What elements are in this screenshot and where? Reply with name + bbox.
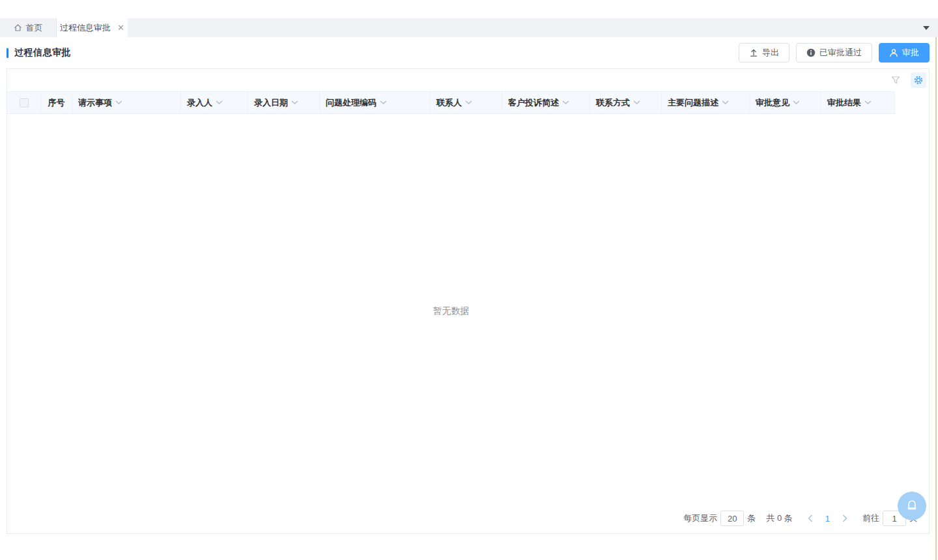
column-header-main-problem[interactable]: 主要问题描述 <box>662 92 750 113</box>
settings-gear-icon[interactable] <box>911 72 926 88</box>
chevron-down-icon[interactable] <box>291 100 298 105</box>
tab-home[interactable]: 首页 <box>0 18 57 37</box>
page-size-input[interactable] <box>720 511 744 526</box>
column-header-contact-person[interactable]: 联系人 <box>431 92 502 113</box>
total-count: 共 0 条 <box>766 512 792 524</box>
per-page-unit: 条 <box>747 512 756 524</box>
export-upload-icon <box>749 48 758 57</box>
column-label: 审批意见 <box>756 97 789 109</box>
approved-button[interactable]: 已审批通过 <box>796 43 872 63</box>
column-header-problem-code[interactable]: 问题处理编码 <box>320 92 431 113</box>
column-label: 联系人 <box>436 97 462 109</box>
filter-icon[interactable] <box>890 75 901 85</box>
approved-button-label: 已审批通过 <box>819 47 862 59</box>
chevron-down-icon[interactable] <box>562 100 569 105</box>
tab-process-approval[interactable]: 过程信息审批 ✕ <box>57 18 128 37</box>
info-icon <box>806 48 816 57</box>
window-edge <box>935 37 937 560</box>
chevron-down-icon[interactable] <box>115 100 122 105</box>
export-button-label: 导出 <box>762 47 779 59</box>
select-all-cell <box>7 92 41 113</box>
column-header-request-item[interactable]: 请示事项 <box>72 92 181 113</box>
tab-list-dropdown-icon[interactable] <box>923 26 930 30</box>
chevron-down-icon[interactable] <box>793 100 800 105</box>
next-page-button[interactable] <box>838 514 852 522</box>
tab-active-label: 过程信息审批 <box>60 22 111 34</box>
column-label: 录入日期 <box>254 97 288 109</box>
column-label: 客户投诉简述 <box>508 97 559 109</box>
close-tab-icon[interactable]: ✕ <box>117 23 124 32</box>
column-header-complaint-summary[interactable]: 客户投诉简述 <box>502 92 590 113</box>
export-button[interactable]: 导出 <box>739 43 789 63</box>
table-body: 暂无数据 <box>7 114 895 508</box>
page-title: 过程信息审批 <box>14 47 71 59</box>
select-all-checkbox[interactable] <box>20 98 29 107</box>
column-label: 问题处理编码 <box>326 97 377 109</box>
pagination: 每页显示 条 共 0 条 1 前往 页 <box>683 511 918 526</box>
chevron-down-icon[interactable] <box>216 100 223 105</box>
column-header-entry-date[interactable]: 录入日期 <box>248 92 320 113</box>
notification-bell-button[interactable] <box>898 492 926 520</box>
column-header-index: 序号 <box>41 92 72 113</box>
title-accent-bar <box>7 48 8 58</box>
header-actions: 导出 已审批通过 审批 <box>739 43 930 63</box>
user-icon <box>889 48 898 57</box>
tab-bar: 首页 过程信息审批 ✕ <box>0 18 938 37</box>
empty-state-text: 暂无数据 <box>433 305 470 317</box>
chevron-down-icon[interactable] <box>633 100 640 105</box>
page-header: 过程信息审批 导出 已审批通过 <box>7 43 930 63</box>
page-number-button[interactable]: 1 <box>817 514 838 524</box>
chevron-down-icon[interactable] <box>380 100 387 105</box>
chevron-down-icon[interactable] <box>864 100 872 105</box>
column-header-approval-result[interactable]: 审批结果 <box>821 92 895 113</box>
column-label: 主要问题描述 <box>668 97 718 109</box>
column-header-contact-method[interactable]: 联系方式 <box>590 92 662 113</box>
prev-page-button[interactable] <box>803 514 817 522</box>
column-header-entered-by[interactable]: 录入人 <box>181 92 248 113</box>
approve-button-label: 审批 <box>902 47 919 59</box>
home-icon <box>14 23 22 32</box>
column-label: 序号 <box>48 97 65 109</box>
goto-label: 前往 <box>862 512 879 524</box>
table-card: 序号请示事项录入人录入日期问题处理编码联系人客户投诉简述联系方式主要问题描述审批… <box>7 68 930 534</box>
tab-home-label: 首页 <box>26 22 43 34</box>
column-label: 请示事项 <box>78 97 112 109</box>
table-toolbar <box>7 69 929 91</box>
bell-icon <box>905 499 919 513</box>
table-header-row: 序号请示事项录入人录入日期问题处理编码联系人客户投诉简述联系方式主要问题描述审批… <box>7 91 895 114</box>
per-page-label: 每页显示 <box>683 512 717 524</box>
approve-button[interactable]: 审批 <box>879 43 930 63</box>
column-header-approval-opinion[interactable]: 审批意见 <box>750 92 821 113</box>
column-label: 联系方式 <box>596 97 630 109</box>
chevron-down-icon[interactable] <box>722 100 729 105</box>
chevron-down-icon[interactable] <box>465 100 472 105</box>
column-label: 录入人 <box>187 97 212 109</box>
column-label: 审批结果 <box>827 97 861 109</box>
